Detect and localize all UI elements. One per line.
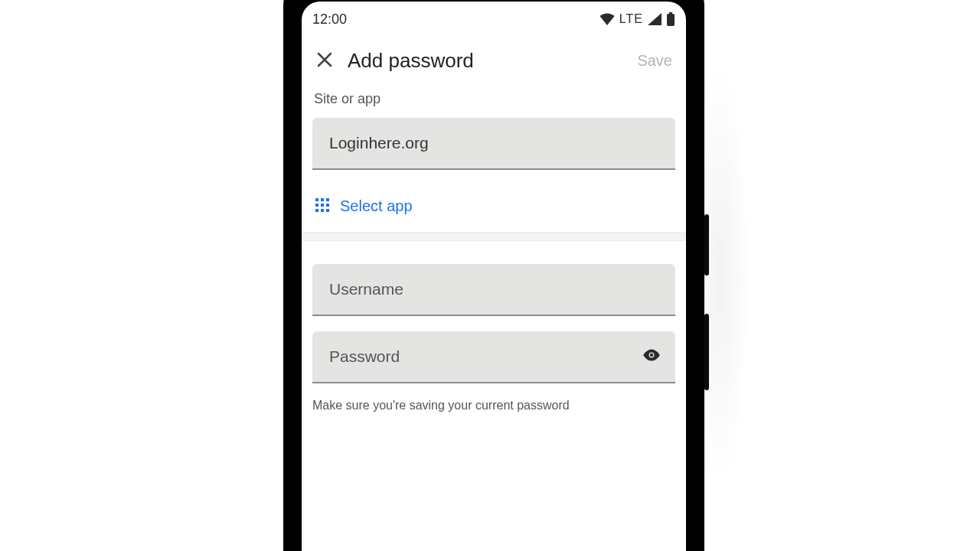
svg-rect-0	[669, 12, 672, 14]
status-bar: 12:00 LTE	[302, 2, 686, 32]
status-time: 12:00	[312, 11, 347, 28]
site-or-app-input[interactable]	[328, 133, 660, 153]
username-field[interactable]	[312, 264, 675, 316]
password-helper-text: Make sure you're saving your current pas…	[312, 399, 675, 412]
svg-rect-10	[315, 209, 318, 212]
save-button[interactable]: Save	[637, 52, 672, 70]
page-header: Add password Save	[302, 32, 686, 88]
phone-frame: 12:00 LTE Add password Save	[283, 0, 704, 551]
username-input[interactable]	[328, 279, 660, 299]
page-title: Add password	[348, 49, 637, 73]
site-or-app-label: Site or app	[314, 91, 674, 107]
wifi-icon	[599, 13, 615, 25]
password-input[interactable]	[328, 347, 660, 367]
select-app-label: Select app	[340, 197, 413, 215]
cell-signal-icon	[648, 13, 662, 25]
svg-rect-9	[326, 204, 329, 207]
svg-rect-12	[326, 209, 329, 212]
phone-side-button	[704, 214, 709, 276]
password-field[interactable]	[312, 331, 675, 383]
section-divider	[302, 232, 686, 241]
close-icon[interactable]	[315, 51, 334, 72]
svg-rect-1	[667, 14, 675, 26]
svg-rect-4	[315, 198, 318, 201]
select-app-button[interactable]: Select app	[312, 185, 675, 232]
network-label: LTE	[619, 12, 643, 26]
phone-side-button	[704, 314, 709, 390]
eye-icon[interactable]	[642, 345, 662, 368]
svg-point-14	[650, 354, 653, 357]
apps-grid-icon	[315, 198, 329, 215]
svg-rect-7	[315, 204, 318, 207]
site-or-app-field[interactable]	[312, 118, 675, 170]
svg-rect-8	[321, 204, 324, 207]
battery-icon	[666, 12, 675, 26]
svg-rect-11	[321, 209, 324, 212]
svg-rect-5	[321, 198, 324, 201]
status-indicators: LTE	[599, 12, 675, 26]
svg-rect-6	[326, 198, 329, 201]
phone-screen: 12:00 LTE Add password Save	[302, 2, 686, 551]
